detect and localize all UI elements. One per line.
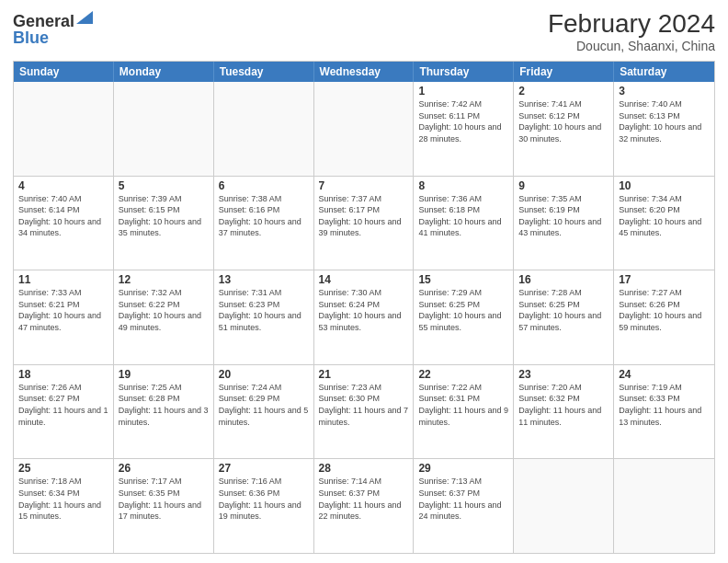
calendar-cell: 9Sunrise: 7:35 AM Sunset: 6:19 PM Daylig… [514,177,614,270]
cell-info: Sunrise: 7:13 AM Sunset: 6:37 PM Dayligh… [418,476,508,522]
cell-info: Sunrise: 7:41 AM Sunset: 6:12 PM Dayligh… [518,98,609,144]
calendar-cell: 21Sunrise: 7:23 AM Sunset: 6:30 PM Dayli… [314,365,415,459]
header-day-thursday: Thursday [414,62,514,82]
calendar-cell: 2Sunrise: 7:41 AM Sunset: 6:12 PM Daylig… [514,82,614,176]
calendar-cell: 8Sunrise: 7:36 AM Sunset: 6:18 PM Daylig… [414,177,514,270]
header-day-sunday: Sunday [14,62,114,82]
header-day-tuesday: Tuesday [214,62,314,82]
day-number: 24 [619,368,710,381]
cell-info: Sunrise: 7:42 AM Sunset: 6:11 PM Dayligh… [418,98,508,144]
calendar-header-row: SundayMondayTuesdayWednesdayThursdayFrid… [14,62,714,82]
calendar-cell [614,459,714,553]
day-number: 7 [319,179,409,192]
cell-info: Sunrise: 7:30 AM Sunset: 6:24 PM Dayligh… [319,287,409,333]
calendar-cell: 29Sunrise: 7:13 AM Sunset: 6:37 PM Dayli… [414,459,514,553]
header-day-friday: Friday [514,62,614,82]
logo: General Blue [13,13,93,46]
calendar-cell: 26Sunrise: 7:17 AM Sunset: 6:35 PM Dayli… [114,459,214,553]
calendar-cell: 13Sunrise: 7:31 AM Sunset: 6:23 PM Dayli… [214,270,314,364]
calendar-cell [214,82,314,176]
day-number: 27 [219,462,309,475]
calendar-cell: 1Sunrise: 7:42 AM Sunset: 6:11 PM Daylig… [414,82,514,176]
header-day-saturday: Saturday [614,62,714,82]
calendar-cell: 10Sunrise: 7:34 AM Sunset: 6:20 PM Dayli… [614,177,714,270]
calendar-body: 1Sunrise: 7:42 AM Sunset: 6:11 PM Daylig… [14,82,714,553]
day-number: 1 [418,85,508,98]
day-number: 29 [418,462,508,475]
cell-info: Sunrise: 7:29 AM Sunset: 6:25 PM Dayligh… [418,287,508,333]
cell-info: Sunrise: 7:27 AM Sunset: 6:26 PM Dayligh… [619,287,710,333]
cell-info: Sunrise: 7:31 AM Sunset: 6:23 PM Dayligh… [219,287,309,333]
calendar-cell: 28Sunrise: 7:14 AM Sunset: 6:37 PM Dayli… [314,459,415,553]
day-number: 16 [518,273,609,286]
calendar-cell: 16Sunrise: 7:28 AM Sunset: 6:25 PM Dayli… [514,270,614,364]
cell-info: Sunrise: 7:35 AM Sunset: 6:19 PM Dayligh… [518,193,609,239]
day-number: 6 [219,179,309,192]
day-number: 13 [219,273,309,286]
cell-info: Sunrise: 7:24 AM Sunset: 6:29 PM Dayligh… [219,382,309,428]
calendar-cell [14,82,114,176]
cell-info: Sunrise: 7:40 AM Sunset: 6:14 PM Dayligh… [18,193,108,239]
cell-info: Sunrise: 7:19 AM Sunset: 6:33 PM Dayligh… [619,382,710,428]
calendar-cell: 12Sunrise: 7:32 AM Sunset: 6:22 PM Dayli… [114,270,214,364]
cell-info: Sunrise: 7:40 AM Sunset: 6:13 PM Dayligh… [619,98,710,144]
header-day-wednesday: Wednesday [314,62,415,82]
cell-info: Sunrise: 7:18 AM Sunset: 6:34 PM Dayligh… [18,476,108,522]
calendar-cell: 18Sunrise: 7:26 AM Sunset: 6:27 PM Dayli… [14,365,114,459]
day-number: 21 [319,368,409,381]
day-number: 26 [119,462,209,475]
logo-general-text: General [13,13,74,29]
calendar-cell: 17Sunrise: 7:27 AM Sunset: 6:26 PM Dayli… [614,270,714,364]
day-number: 12 [119,273,209,286]
calendar-week-2: 11Sunrise: 7:33 AM Sunset: 6:21 PM Dayli… [14,270,714,364]
cell-info: Sunrise: 7:39 AM Sunset: 6:15 PM Dayligh… [119,193,209,239]
cell-info: Sunrise: 7:25 AM Sunset: 6:28 PM Dayligh… [119,382,209,428]
day-number: 14 [319,273,409,286]
location: Doucun, Shaanxi, China [548,39,715,53]
cell-info: Sunrise: 7:33 AM Sunset: 6:21 PM Dayligh… [18,287,108,333]
calendar-cell: 15Sunrise: 7:29 AM Sunset: 6:25 PM Dayli… [414,270,514,364]
cell-info: Sunrise: 7:14 AM Sunset: 6:37 PM Dayligh… [319,476,409,522]
day-number: 2 [518,85,609,98]
cell-info: Sunrise: 7:20 AM Sunset: 6:32 PM Dayligh… [518,382,609,428]
cell-info: Sunrise: 7:36 AM Sunset: 6:18 PM Dayligh… [418,193,508,239]
calendar-cell: 6Sunrise: 7:38 AM Sunset: 6:16 PM Daylig… [214,177,314,270]
cell-info: Sunrise: 7:26 AM Sunset: 6:27 PM Dayligh… [18,382,108,428]
cell-info: Sunrise: 7:17 AM Sunset: 6:35 PM Dayligh… [119,476,209,522]
calendar-cell: 7Sunrise: 7:37 AM Sunset: 6:17 PM Daylig… [314,177,415,270]
header-day-monday: Monday [114,62,214,82]
cell-info: Sunrise: 7:16 AM Sunset: 6:36 PM Dayligh… [219,476,309,522]
day-number: 5 [119,179,209,192]
day-number: 3 [619,85,710,98]
calendar-week-3: 18Sunrise: 7:26 AM Sunset: 6:27 PM Dayli… [14,364,714,459]
day-number: 11 [18,273,108,286]
day-number: 20 [219,368,309,381]
calendar-cell: 5Sunrise: 7:39 AM Sunset: 6:15 PM Daylig… [114,177,214,270]
calendar-cell: 11Sunrise: 7:33 AM Sunset: 6:21 PM Dayli… [14,270,114,364]
calendar-cell: 27Sunrise: 7:16 AM Sunset: 6:36 PM Dayli… [214,459,314,553]
month-year: February 2024 [548,9,715,39]
cell-info: Sunrise: 7:23 AM Sunset: 6:30 PM Dayligh… [319,382,409,428]
calendar-cell: 25Sunrise: 7:18 AM Sunset: 6:34 PM Dayli… [14,459,114,553]
logo-icon [76,11,93,24]
cell-info: Sunrise: 7:38 AM Sunset: 6:16 PM Dayligh… [219,193,309,239]
calendar-week-0: 1Sunrise: 7:42 AM Sunset: 6:11 PM Daylig… [14,82,714,176]
logo-blue-text: Blue [13,29,93,46]
svg-marker-0 [76,11,93,24]
calendar-cell [514,459,614,553]
calendar-cell: 22Sunrise: 7:22 AM Sunset: 6:31 PM Dayli… [414,365,514,459]
calendar-week-1: 4Sunrise: 7:40 AM Sunset: 6:14 PM Daylig… [14,176,714,270]
day-number: 17 [619,273,710,286]
calendar-cell [314,82,415,176]
calendar-cell: 4Sunrise: 7:40 AM Sunset: 6:14 PM Daylig… [14,177,114,270]
calendar-cell [114,82,214,176]
day-number: 23 [518,368,609,381]
calendar-cell: 3Sunrise: 7:40 AM Sunset: 6:13 PM Daylig… [614,82,714,176]
calendar-cell: 14Sunrise: 7:30 AM Sunset: 6:24 PM Dayli… [314,270,415,364]
cell-info: Sunrise: 7:34 AM Sunset: 6:20 PM Dayligh… [619,193,710,239]
cell-info: Sunrise: 7:28 AM Sunset: 6:25 PM Dayligh… [518,287,609,333]
header: General Blue February 2024 Doucun, Shaan… [13,9,715,53]
day-number: 10 [619,179,710,192]
calendar: SundayMondayTuesdayWednesdayThursdayFrid… [13,61,715,554]
day-number: 22 [418,368,508,381]
